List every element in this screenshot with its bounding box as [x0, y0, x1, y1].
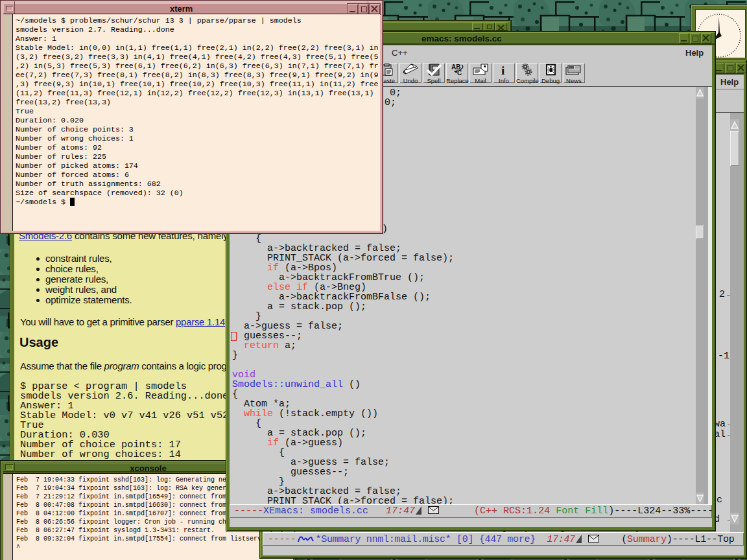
svg-text:i: i — [501, 64, 504, 76]
